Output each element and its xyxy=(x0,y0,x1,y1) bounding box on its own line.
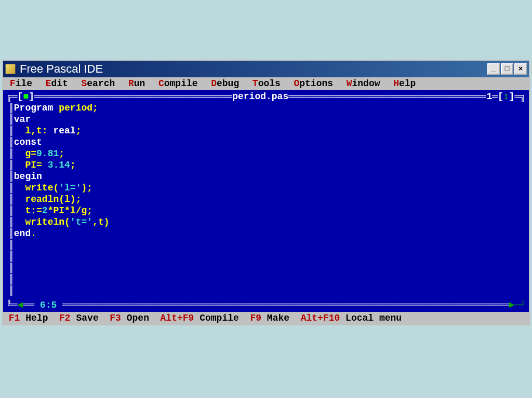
resize-corner-icon[interactable]: ─┘ xyxy=(514,299,526,311)
kw-end: end xyxy=(14,228,31,239)
menu-compile[interactable]: Compile xyxy=(157,78,199,89)
status-f1-lbl: Help xyxy=(25,313,48,323)
window-title: Free Pascal IDE xyxy=(20,62,487,76)
status-bar: F1 Help F2 Save F3 Open Alt+F9 Compile F… xyxy=(3,312,529,324)
status-compile-lbl: Compile xyxy=(200,313,239,323)
kw-var: var xyxy=(14,114,31,125)
code-area[interactable]: ║Program period; ║var ║ l,t: real; ║cons… xyxy=(6,102,109,299)
menu-debug[interactable]: Debug xyxy=(210,78,240,89)
status-f1-key[interactable]: F1 xyxy=(9,313,20,323)
minimize-button[interactable]: _ xyxy=(487,63,500,75)
maximize-button[interactable]: □ xyxy=(501,63,513,75)
status-f3-lbl: Open xyxy=(127,313,149,323)
menu-search[interactable]: Search xyxy=(80,78,116,89)
close-box-icon[interactable]: ■ xyxy=(23,91,29,102)
status-compile-key[interactable]: Alt+F9 xyxy=(161,313,194,323)
status-local-lbl: Local menu xyxy=(345,313,402,323)
menu-bar[interactable]: File Edit Search Run Compile Debug Tools… xyxy=(3,77,529,90)
menu-file[interactable]: File xyxy=(9,78,33,89)
scroll-left-icon[interactable]: ◄ xyxy=(18,299,23,311)
status-f2-lbl: Save xyxy=(76,313,98,323)
maximize-icon[interactable]: ↕ xyxy=(503,91,509,102)
kw-program: Program xyxy=(14,103,54,113)
status-local-key[interactable]: Alt+F10 xyxy=(301,313,340,323)
menu-help[interactable]: Help xyxy=(392,78,417,89)
status-f2-key[interactable]: F2 xyxy=(59,313,71,323)
status-make-key[interactable]: F9 xyxy=(250,313,261,323)
menu-options[interactable]: Options xyxy=(292,78,334,89)
app-window: Free Pascal IDE _ □ × File Edit Search R… xyxy=(2,60,530,325)
editor-frame: ╔═[■]═══════════════════════════════════… xyxy=(3,90,529,312)
title-bar[interactable]: Free Pascal IDE _ □ × xyxy=(3,61,529,77)
close-button[interactable]: × xyxy=(514,63,527,75)
status-make-lbl: Make xyxy=(267,313,289,323)
window-controls: _ □ × xyxy=(487,63,527,75)
menu-edit[interactable]: Edit xyxy=(45,78,69,89)
kw-begin: begin xyxy=(14,171,42,182)
cursor-position: 6:5 xyxy=(40,299,57,311)
app-icon xyxy=(5,64,16,74)
editor-body: ║Program period; ║var ║ l,t: real; ║cons… xyxy=(6,102,526,299)
frame-top: ╔═[■]═══════════════════════════════════… xyxy=(6,91,526,102)
window-number: 1 xyxy=(486,91,492,102)
kw-const: const xyxy=(14,137,42,147)
status-f3-key[interactable]: F3 xyxy=(110,313,121,323)
scroll-right-icon[interactable]: ► xyxy=(509,299,515,311)
frame-bottom: ╚═◄══ 6:5 ══════════════════════════════… xyxy=(6,299,526,311)
menu-window[interactable]: Window xyxy=(345,78,381,89)
menu-tools[interactable]: Tools xyxy=(251,78,282,89)
menu-run[interactable]: Run xyxy=(127,78,146,89)
editor-filename: period.pas xyxy=(232,91,288,102)
